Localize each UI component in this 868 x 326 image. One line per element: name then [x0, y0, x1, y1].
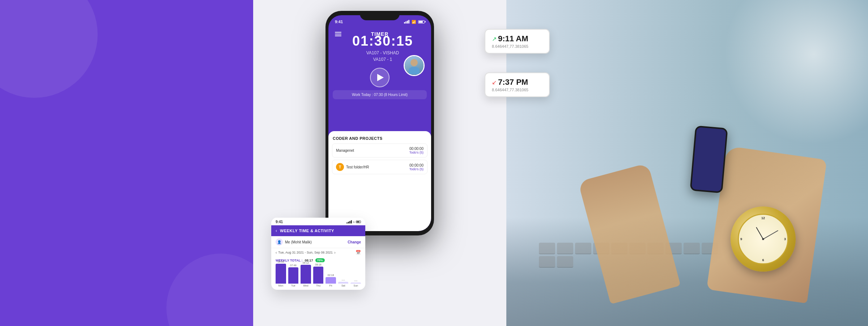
- middle-panel: 9:41 📶: [253, 0, 506, 326]
- chart-bar-fill: [301, 265, 311, 284]
- chart-bar-value: 08:18: [315, 263, 322, 266]
- phone-in-hand: [690, 125, 728, 193]
- project-2-time: 00:00:00: [409, 163, 424, 167]
- chart-day-label: Mon: [278, 284, 283, 287]
- phone-notch: [360, 11, 400, 20]
- card-battery-icon: [356, 221, 361, 223]
- card-header: ‹ WEEKLY TIME & ACTIVITY: [271, 225, 365, 236]
- avatar-image: [405, 56, 424, 75]
- timer-user: VA107 - VISHAD: [334, 50, 431, 55]
- chart-bar-group: ----Sun: [350, 279, 361, 287]
- card-wifi-icon: ≈: [353, 220, 355, 224]
- weekly-chart: 09:18Mon07:48Tue09:12Wed08:18Thu02:18Fri…: [271, 264, 365, 290]
- wristwatch: 12 3 6 9: [731, 206, 796, 272]
- card-user-row: 👤 Me (Mohit Malik) Change: [271, 236, 365, 248]
- chart-bar-group: 07:48Tue: [288, 264, 299, 287]
- phone-bottom-section: CODER AND PROJECTS Managenet 00:00:00 To…: [328, 131, 431, 231]
- user-avatar: [404, 55, 425, 76]
- watch-num-6: 6: [762, 258, 764, 262]
- main-phone-frame: 9:41 📶: [326, 11, 434, 235]
- battery-icon: [418, 20, 425, 24]
- chart-day-label: Sun: [354, 284, 358, 287]
- chart-day-label: Fri: [329, 284, 332, 287]
- watch-hour-hand: [756, 227, 763, 239]
- checkout-tooltip: ↙ 7:37 PM 8.646447,77.381065: [485, 72, 550, 97]
- play-button[interactable]: [370, 68, 390, 87]
- chart-bar-value: 07:48: [290, 264, 297, 267]
- checkout-time: 7:37 PM: [498, 78, 528, 87]
- checkout-header: ↙ 7:37 PM: [492, 78, 542, 87]
- checkout-coords: 8.646447,77.381065: [492, 88, 542, 92]
- watch-center-dot: [762, 238, 764, 240]
- projects-section-title: CODER AND PROJECTS: [332, 135, 427, 143]
- watch-face: 12 3 6 9: [738, 214, 788, 264]
- project-item-1[interactable]: Managenet 00:00:00 Todo's (5): [332, 143, 427, 158]
- folder-t-icon: T: [336, 163, 344, 171]
- prev-date-arrow[interactable]: ‹: [276, 251, 277, 255]
- weekly-activity-card: 9:41 ≈ ‹ WEEKLY TIME & ACTIVITY 👤: [271, 218, 365, 290]
- user-icon: 👤: [276, 238, 283, 246]
- phone-status-icons: 📶: [404, 20, 425, 24]
- card-signal-icon: [346, 220, 352, 223]
- right-panel: 12 3 6 9: [506, 0, 868, 326]
- checkin-time: 9:11 AM: [498, 34, 528, 43]
- app-title: TIMER: [371, 31, 389, 37]
- date-range-text: Tue, Aug 31 2021 - Sun, Sep 06 2021: [278, 251, 333, 254]
- chart-bar-group: 08:18Thu: [313, 263, 324, 287]
- watch-minute-hand: [763, 230, 778, 239]
- watch-num-3: 3: [784, 237, 786, 241]
- next-date-arrow[interactable]: ›: [334, 251, 335, 255]
- chart-bar-fill: [338, 282, 349, 284]
- chart-bar-value: 09:18: [278, 260, 284, 263]
- chart-day-label: Sat: [341, 284, 345, 287]
- chart-bar-group: ----Sat: [338, 279, 349, 287]
- chart-day-label: Tue: [291, 284, 295, 287]
- wifi-icon: 📶: [412, 20, 416, 24]
- chart-day-label: Thu: [316, 284, 320, 287]
- chart-bar-fill: [276, 264, 286, 284]
- project-1-todos: Todo's (5): [409, 151, 424, 154]
- work-info: Work Today : 07:30 (8 Hours Limit): [333, 90, 427, 99]
- chart-bars-container: 09:18Mon07:48Tue09:12Wed08:18Thu02:18Fri…: [276, 265, 361, 287]
- chart-day-label: Wed: [303, 284, 308, 287]
- checkout-arrow-icon: ↙: [492, 79, 497, 86]
- chart-bar-value: 09:12: [303, 262, 309, 264]
- signal-bars-icon: [404, 20, 409, 24]
- chart-bar-fill: [350, 283, 361, 284]
- date-navigation: ‹ Tue, Aug 31 2021 - Sun, Sep 06 2021 ›: [276, 251, 335, 255]
- chart-bar-group: 09:18Mon: [276, 260, 286, 287]
- calendar-icon[interactable]: 📅: [356, 250, 361, 255]
- left-hand-shape: [578, 163, 681, 304]
- checkin-tooltip: ↗ 9:11 AM 8.646447,77.381065: [485, 29, 550, 54]
- chart-bar-fill: [288, 267, 299, 284]
- phone-status-time: 9:41: [335, 20, 343, 24]
- chart-bar-value: 02:18: [328, 274, 334, 276]
- play-icon: [377, 74, 384, 81]
- chart-bar-group: 02:18Fri: [326, 274, 336, 287]
- avatar-body: [409, 67, 420, 74]
- project-2-todos: Todo's (5): [409, 167, 424, 171]
- project-2-name: Test folder/HR: [346, 165, 407, 169]
- checkin-arrow-icon: ↗: [492, 35, 497, 42]
- back-arrow-icon[interactable]: ‹: [276, 228, 277, 233]
- phone-app-header: TIMER: [328, 28, 431, 40]
- user-name: Me (Mohit Malik): [285, 240, 348, 244]
- watch-num-12: 12: [761, 216, 765, 220]
- checkin-coords: 8.646447,77.381065: [492, 44, 542, 49]
- chart-bar-fill: [326, 277, 336, 284]
- change-user-button[interactable]: Change: [348, 240, 361, 244]
- project-item-2[interactable]: T Test folder/HR 00:00:00 Todo's (5): [332, 160, 427, 174]
- card-date-row: ‹ Tue, Aug 31 2021 - Sun, Sep 06 2021 › …: [271, 248, 365, 257]
- weekly-progress-badge: 70%: [315, 258, 325, 262]
- watch-num-9: 9: [740, 237, 742, 241]
- project-1-time: 00:00:00: [409, 147, 424, 151]
- chart-bar-value: ----: [342, 279, 345, 281]
- left-panel: [0, 0, 253, 326]
- phone-screen: 9:41 📶: [328, 15, 431, 231]
- card-status-bar: 9:41 ≈: [271, 218, 365, 225]
- chart-bar-group: 09:12Wed: [301, 262, 311, 287]
- chart-bar-fill: [313, 267, 324, 284]
- chart-bar-value: ----: [354, 279, 357, 282]
- hamburger-menu-icon[interactable]: [335, 32, 341, 36]
- project-1-name: Managenet: [336, 149, 354, 152]
